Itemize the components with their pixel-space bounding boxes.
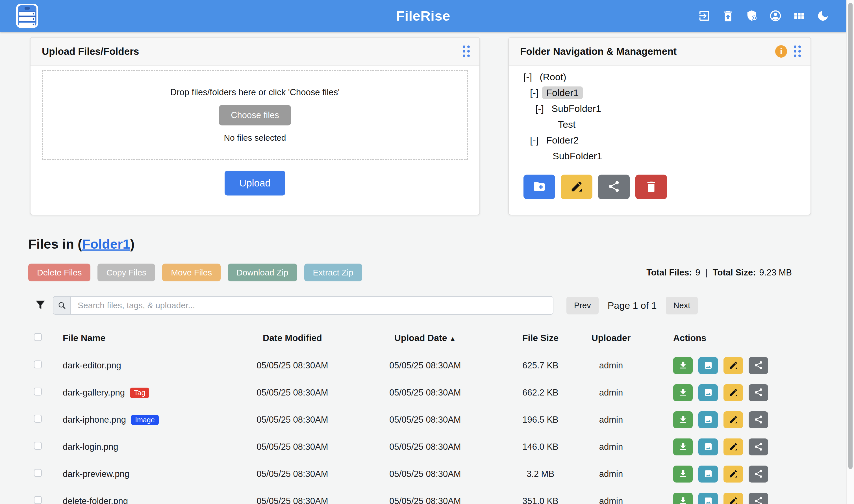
file-size: 3.2 MB [509,469,573,479]
delete-files-button[interactable]: Delete Files [28,264,90,282]
rename-button[interactable] [724,411,743,428]
tree-item-folder2[interactable]: [-]Folder2 [530,132,811,148]
table-row: dark-iphone.pngImage 05/05/25 08:30AM 05… [28,406,854,433]
search-group [53,296,553,315]
current-folder-link[interactable]: Folder1 [82,236,130,251]
trash-restore-icon[interactable] [722,9,734,22]
rename-folder-button[interactable] [561,175,593,199]
preview-image-button[interactable] [698,493,718,504]
share-button[interactable] [749,384,768,401]
copy-files-button[interactable]: Copy Files [97,264,155,282]
file-name: dark-preview.png [63,469,129,479]
col-header-date-modified[interactable]: Date Modified [243,333,342,343]
info-icon[interactable]: i [775,45,787,58]
files-heading: Files in (Folder1) [28,236,792,252]
folder-panel-title: Folder Navigation & Management [520,46,677,57]
image-icon [704,360,713,371]
tree-item-folder1[interactable]: [-]Folder1 [530,85,811,101]
file-size: 146.0 KB [509,442,573,452]
files-table: File Name Date Modified Upload Date▲ Fil… [28,330,854,504]
rename-button[interactable] [724,438,743,455]
tree-item-test[interactable]: Test [554,116,811,132]
logout-icon[interactable] [698,9,711,22]
table-row: dark-editor.png 05/05/25 08:30AM 05/05/2… [28,352,854,379]
download-icon [678,388,688,398]
rename-button[interactable] [724,357,743,374]
row-checkbox[interactable] [34,469,42,477]
tree-item-subfolder1[interactable]: [-]SubFolder1 [535,101,811,116]
col-header-file-size[interactable]: File Size [509,333,573,343]
row-checkbox[interactable] [34,415,42,422]
select-all-checkbox[interactable] [34,333,42,341]
preview-image-button[interactable] [698,411,718,428]
share-button[interactable] [749,493,768,504]
pencil-icon [729,496,738,504]
download-button[interactable] [673,438,693,455]
preview-image-button[interactable] [698,357,718,374]
sort-ascending-icon: ▲ [449,335,456,342]
preview-image-button[interactable] [698,438,718,455]
preview-image-button[interactable] [698,384,718,401]
upload-date: 05/05/25 08:30AM [342,496,509,504]
drag-handle-icon[interactable] [463,46,470,57]
grid-view-icon[interactable] [793,9,806,22]
vertical-scrollbar[interactable] [847,0,854,504]
upload-button[interactable]: Upload [224,170,285,196]
next-page-button[interactable]: Next [666,296,698,314]
drag-handle-icon[interactable] [794,46,801,57]
share-button[interactable] [749,357,768,374]
filter-icon[interactable] [34,299,47,312]
search-input[interactable] [71,296,553,314]
download-button[interactable] [673,466,693,483]
upload-panel-header: Upload Files/Folders [31,38,479,66]
preview-image-button[interactable] [698,466,718,483]
app-logo-menu-button[interactable] [16,3,38,29]
download-button[interactable] [673,411,693,428]
move-files-button[interactable]: Move Files [162,264,221,282]
row-checkbox[interactable] [34,388,42,396]
download-button[interactable] [673,357,693,374]
pencil-icon [729,360,738,371]
share-button[interactable] [749,466,768,483]
pencil-icon [729,442,738,452]
trash-icon [645,180,658,194]
file-dropzone[interactable]: Drop files/folders here or click 'Choose… [42,70,468,160]
row-checkbox[interactable] [34,360,42,368]
uploader: admin [573,469,650,479]
col-header-upload-date[interactable]: Upload Date▲ [342,333,509,343]
rename-button[interactable] [724,493,743,504]
choose-files-button[interactable]: Choose files [219,105,291,125]
row-checkbox[interactable] [34,496,42,504]
delete-folder-button[interactable] [635,175,667,199]
col-header-uploader[interactable]: Uploader [573,333,650,343]
account-icon[interactable] [769,9,782,22]
download-zip-button[interactable]: Download Zip [228,264,297,282]
row-checkbox[interactable] [34,442,42,450]
date-modified: 05/05/25 08:30AM [243,360,342,371]
create-folder-button[interactable] [524,175,555,199]
pencil-icon [729,388,738,398]
tree-item-folder2-subfolder1[interactable]: SubFolder1 [549,148,811,164]
dark-mode-moon-icon[interactable] [816,9,830,22]
col-header-file-name[interactable]: File Name [63,333,243,343]
rename-button[interactable] [724,384,743,401]
admin-shield-icon[interactable] [745,9,758,22]
share-folder-button[interactable] [598,175,630,199]
extract-zip-button[interactable]: Extract Zip [304,264,362,282]
rename-button[interactable] [724,466,743,483]
share-icon [754,496,763,504]
download-button[interactable] [673,384,693,401]
tree-item-root[interactable]: [-](Root) [524,69,811,85]
share-button[interactable] [749,411,768,428]
image-icon [704,496,713,504]
date-modified: 05/05/25 08:30AM [243,388,342,398]
pencil-icon [570,180,583,194]
table-row: delete-folder.png 05/05/25 08:30AM 05/05… [28,488,854,504]
tag-badge: Tag [130,388,149,398]
download-button[interactable] [673,493,693,504]
share-icon [754,388,763,398]
download-icon [678,360,688,371]
share-button[interactable] [749,438,768,455]
prev-page-button[interactable]: Prev [566,296,599,314]
scrollbar-thumb[interactable] [848,3,853,469]
